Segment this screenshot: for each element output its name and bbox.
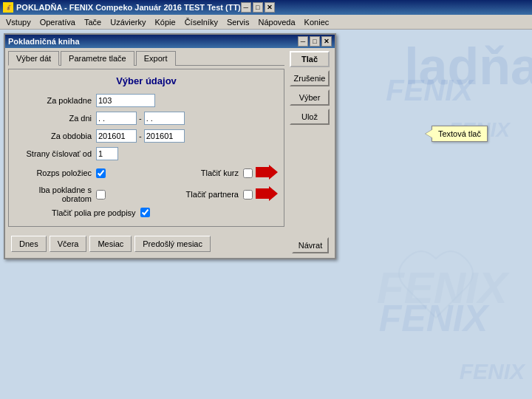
menu-napoveda[interactable]: Nápoveda xyxy=(253,16,299,28)
uloz-button[interactable]: Ulož xyxy=(290,109,330,125)
dash2: - xyxy=(137,132,144,140)
row-za-dni: Za dni - xyxy=(15,112,278,125)
dialog-title-bar: Pokladničná kniha ─ □ ✕ xyxy=(5,35,335,48)
za-obdobia-label: Za obdobia xyxy=(15,132,96,140)
dnes-button[interactable]: Dnes xyxy=(11,236,47,252)
dialog-maximize-btn[interactable]: □ xyxy=(310,36,320,47)
tlacit-partnera-label: Tlačiť partnera xyxy=(177,190,243,199)
za-dni-label: Za dni xyxy=(15,114,96,123)
main-background: ladňa FENIX FENIX FENIX FENIX FENIX Pokl… xyxy=(0,30,532,399)
strany-label: Strany číslovať od xyxy=(15,149,96,158)
app-icon: 💰 xyxy=(3,2,13,13)
row-strany: Strany číslovať od xyxy=(15,147,278,160)
close-btn[interactable]: ✕ xyxy=(265,2,275,13)
bg-watermark-fenix4: FENIX xyxy=(460,359,525,384)
strany-input[interactable] xyxy=(96,147,118,160)
bg-watermark-fenix1: FENIX xyxy=(386,74,473,107)
za-pokladne-label: Za pokladne xyxy=(15,96,96,105)
row-iba-pokladne: Iba pokladne s obratom Tlačiť partnera xyxy=(15,185,278,203)
form-title: Výber údajov xyxy=(15,75,278,86)
menu-operativa[interactable]: Operatíva xyxy=(35,16,80,28)
dash1: - xyxy=(137,114,144,123)
main-dialog: Pokladničná kniha ─ □ ✕ Výber dát Parame… xyxy=(4,33,336,259)
bg-watermark-fenix3: FENIX xyxy=(379,297,488,340)
callout-text: Textová tlač xyxy=(438,129,481,138)
dialog-close-btn[interactable]: ✕ xyxy=(321,36,332,47)
arrow-right-2 xyxy=(256,186,278,202)
menu-servis[interactable]: Servis xyxy=(222,16,254,28)
row-za-pokladne: Za pokladne xyxy=(15,94,278,107)
tlacit-kurz-label: Tlačiť kurz xyxy=(177,168,243,177)
maximize-btn[interactable]: □ xyxy=(253,2,263,13)
za-pokladne-input[interactable] xyxy=(96,94,155,107)
za-dni-to-input[interactable] xyxy=(144,112,185,125)
za-dni-from-input[interactable] xyxy=(96,112,137,125)
tab-parametre[interactable]: Parametre tlače xyxy=(61,51,134,66)
vcera-button[interactable]: Včera xyxy=(50,236,87,252)
dialog-title-label: Pokladničná kniha xyxy=(8,37,80,46)
bottom-buttons: Dnes Včera Mesiac Predošlý mesiac xyxy=(8,233,284,255)
predosly-mesiac-button[interactable]: Predošlý mesiac xyxy=(134,236,211,252)
za-obdobia-to-input[interactable] xyxy=(144,129,185,143)
dialog-content: Výber dát Parametre tlače Export Výber ú… xyxy=(5,48,335,258)
tlacit-polia-checkbox[interactable] xyxy=(140,208,150,217)
dialog-minimize-btn[interactable]: ─ xyxy=(298,36,308,47)
menu-tace[interactable]: Tače xyxy=(80,16,106,28)
za-obdobia-from-input[interactable] xyxy=(96,129,137,143)
menu-uzavierky[interactable]: Uzávierky xyxy=(106,16,150,28)
row-za-obdobia: Za obdobia - xyxy=(15,129,278,143)
iba-pokladne-label: Iba pokladne s obratom xyxy=(15,185,96,203)
tab-vyber-dat[interactable]: Výber dát xyxy=(8,51,59,66)
navrat-button[interactable]: Návrat xyxy=(292,237,329,253)
tlacit-polia-label: Tlačiť polia pre podpisy xyxy=(15,208,140,217)
menu-kopie[interactable]: Kópie xyxy=(151,16,180,28)
row-tlacit-polia: Tlačiť polia pre podpisy xyxy=(15,208,278,217)
form-panel: Výber údajov Za pokladne Za dni - xyxy=(8,69,284,227)
vyber-button[interactable]: Výber xyxy=(290,89,330,106)
rozps-label: Rozps položiec xyxy=(15,168,96,177)
mesiac-button[interactable]: Mesiac xyxy=(89,236,132,252)
fenix-logo-watermark: FENIX xyxy=(362,229,510,377)
callout-tooltip: Textová tlač xyxy=(432,126,488,142)
menu-císelníky[interactable]: Číselníky xyxy=(180,16,222,28)
tlacit-kurz-checkbox[interactable] xyxy=(243,168,253,178)
title-bar-label: POKLADŇA - FENIX Compeko Január 2016 TES… xyxy=(16,3,241,12)
left-panel: Výber dát Parametre tlače Export Výber ú… xyxy=(8,51,284,255)
tab-export[interactable]: Export xyxy=(136,51,176,66)
svg-marker-1 xyxy=(256,165,278,180)
rozps-checkbox[interactable] xyxy=(96,168,106,178)
arrow-right-1 xyxy=(256,165,278,181)
title-bar: 💰 POKLADŇA - FENIX Compeko Január 2016 T… xyxy=(0,0,532,15)
menu-koniec[interactable]: Koniec xyxy=(300,16,334,28)
right-panel: Tlač Zrušenie Výber Ulož xyxy=(287,51,332,255)
tab-bar: Výber dát Parametre tlače Export xyxy=(8,51,284,66)
minimize-btn[interactable]: ─ xyxy=(241,2,251,13)
row-rozps: Rozps položiec Tlačiť kurz xyxy=(15,165,278,181)
svg-text:FENIX: FENIX xyxy=(377,263,510,313)
svg-marker-2 xyxy=(256,186,278,201)
tlacit-partnera-checkbox[interactable] xyxy=(243,190,253,200)
menu-bar: Vstupy Operatíva Tače Uzávierky Kópie Čí… xyxy=(0,15,532,30)
tlac-button[interactable]: Tlač xyxy=(290,51,330,67)
zrusenie-button[interactable]: Zrušenie xyxy=(290,70,330,86)
dialog-controls: ─ □ ✕ xyxy=(298,36,332,47)
bg-watermark-ladna: ladňa xyxy=(404,37,532,96)
menu-vstupy[interactable]: Vstupy xyxy=(1,16,35,28)
iba-pokladne-checkbox[interactable] xyxy=(96,190,106,200)
